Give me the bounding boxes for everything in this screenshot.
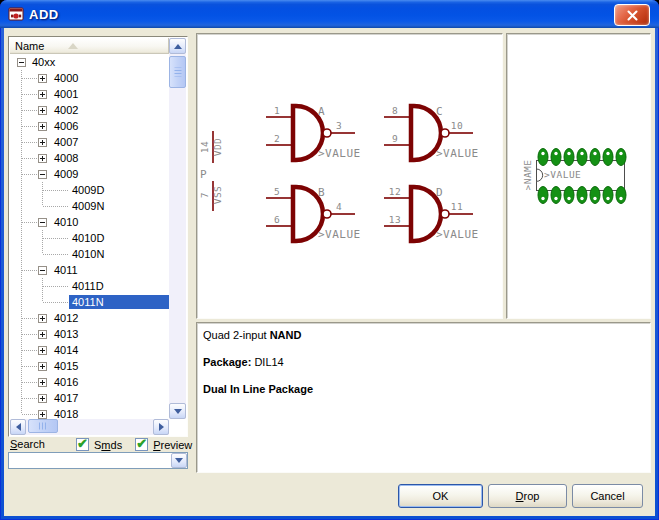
svg-text:11: 11 (451, 201, 463, 212)
collapse-minus-icon[interactable] (38, 266, 47, 275)
svg-text:C: C (436, 105, 443, 118)
expand-plus-icon[interactable] (38, 122, 47, 131)
tree-item-label: 4009D (69, 183, 107, 197)
tree-item-4017[interactable]: 4017 (10, 390, 172, 406)
description-line: Dual In Line Package (203, 382, 650, 396)
tree-connector-line (22, 350, 38, 351)
tree-item-40xx[interactable]: 40xx (10, 54, 172, 70)
scroll-left-button[interactable] (10, 419, 26, 435)
svg-text:9: 9 (392, 133, 398, 144)
tree-item-label: 4013 (51, 327, 81, 341)
tree-connector-line (22, 270, 38, 271)
tree-item-4010[interactable]: 4010 (10, 214, 172, 230)
arrow-down-icon (175, 458, 183, 463)
expand-plus-icon[interactable] (38, 410, 47, 419)
search-input[interactable] (10, 454, 168, 467)
vertical-scrollbar-thumb[interactable] (169, 56, 186, 88)
combo-dropdown-button[interactable] (171, 453, 187, 468)
tree-connector-line (42, 230, 43, 254)
collapse-minus-icon[interactable] (38, 218, 47, 227)
svg-text:5: 5 (274, 186, 280, 197)
tree-horizontal-scrollbar[interactable] (10, 419, 169, 435)
tree-item-label: 4001 (51, 87, 81, 101)
tree-connector-line (43, 206, 69, 207)
tree-item-4009N[interactable]: 4009N (10, 198, 172, 214)
tree-item-4008[interactable]: 4008 (10, 150, 172, 166)
tree-item-4011D[interactable]: 4011D (10, 278, 172, 294)
tree-item-4009D[interactable]: 4009D (10, 182, 172, 198)
title-bar[interactable]: ADD (0, 0, 659, 28)
package-drawing: >NAME>VALUE (507, 34, 650, 318)
tree-item-4001[interactable]: 4001 (10, 86, 172, 102)
drop-button[interactable]: Drop (488, 484, 567, 508)
tree-item-label: 4015 (51, 359, 81, 373)
tree-item-4010D[interactable]: 4010D (10, 230, 172, 246)
svg-text:P: P (200, 168, 207, 181)
tree-connector-line (42, 182, 43, 206)
tree-item-4012[interactable]: 4012 (10, 310, 172, 326)
svg-text:VDD: VDD (212, 138, 223, 157)
tree-item-4013[interactable]: 4013 (10, 326, 172, 342)
tree-item-4011N[interactable]: 4011N (10, 294, 172, 310)
tree-item-4002[interactable]: 4002 (10, 102, 172, 118)
svg-text:D: D (436, 186, 443, 199)
tree-item-4006[interactable]: 4006 (10, 118, 172, 134)
collapse-minus-icon[interactable] (17, 58, 26, 67)
tree-connector-line (21, 70, 22, 414)
expand-plus-icon[interactable] (38, 394, 47, 403)
expand-plus-icon[interactable] (38, 154, 47, 163)
tree-item-4007[interactable]: 4007 (10, 134, 172, 150)
tree-vertical-scrollbar[interactable] (169, 38, 186, 419)
svg-text:14: 14 (199, 141, 210, 153)
svg-text:>VALUE: >VALUE (318, 228, 361, 241)
expand-plus-icon[interactable] (38, 362, 47, 371)
cancel-button[interactable]: Cancel (572, 484, 643, 508)
expand-plus-icon[interactable] (38, 74, 47, 83)
thumb-grip-icon (39, 423, 48, 430)
expand-plus-icon[interactable] (38, 314, 47, 323)
schematic-preview-panel: 14VDDP7VSS123A>VALUE8910C>VALUE564B>VALU… (196, 33, 503, 319)
tree-item-4009[interactable]: 4009 (10, 166, 172, 182)
checkbox-preview[interactable]: ✔ (135, 438, 148, 451)
tree-connector-line (22, 366, 38, 367)
tree-connector-line (22, 78, 38, 79)
expand-plus-icon[interactable] (38, 378, 47, 387)
collapse-minus-icon[interactable] (38, 170, 47, 179)
expand-plus-icon[interactable] (38, 346, 47, 355)
ok-button[interactable]: OK (398, 484, 483, 508)
tree-connector-line (43, 238, 69, 239)
expand-plus-icon[interactable] (38, 330, 47, 339)
scroll-up-button[interactable] (169, 38, 186, 54)
svg-text:>VALUE: >VALUE (436, 147, 479, 160)
search-combobox[interactable] (8, 452, 188, 469)
tree-item-4014[interactable]: 4014 (10, 342, 172, 358)
tree-item-label: 4012 (51, 311, 81, 325)
checkbox-smds[interactable]: ✔ (76, 438, 89, 451)
tree-item-label: 4009N (69, 199, 107, 213)
tree-item-4016[interactable]: 4016 (10, 374, 172, 390)
dialog-client-area: Name 40xx4000400140024006400740084009400… (4, 28, 655, 516)
tree-column-header[interactable]: Name (10, 38, 169, 54)
tree-item-label: 4011D (69, 279, 107, 293)
tree-item-label: 4014 (51, 343, 81, 357)
scroll-right-button[interactable] (153, 419, 169, 435)
tree-item-label: 4011 (51, 263, 81, 277)
tree-connector-line (43, 302, 69, 303)
checkmark-icon: ✔ (77, 436, 88, 451)
tree-item-4000[interactable]: 4000 (10, 70, 172, 86)
expand-plus-icon[interactable] (38, 106, 47, 115)
checkbox-label-preview: Preview (153, 439, 192, 451)
tree-item-label: 4000 (51, 71, 81, 85)
component-tree-panel: Name 40xx4000400140024006400740084009400… (8, 36, 188, 437)
tree-items: 40xx40004001400240064007400840094009D400… (10, 54, 172, 421)
scroll-down-button[interactable] (169, 403, 186, 419)
close-button[interactable] (614, 4, 650, 26)
tree-item-4011[interactable]: 4011 (10, 262, 172, 278)
expand-plus-icon[interactable] (38, 90, 47, 99)
tree-item-4015[interactable]: 4015 (10, 358, 172, 374)
horizontal-scrollbar-thumb[interactable] (28, 419, 58, 433)
svg-text:>VALUE: >VALUE (318, 147, 361, 160)
tree-connector-line (22, 94, 38, 95)
tree-item-4010N[interactable]: 4010N (10, 246, 172, 262)
expand-plus-icon[interactable] (38, 138, 47, 147)
